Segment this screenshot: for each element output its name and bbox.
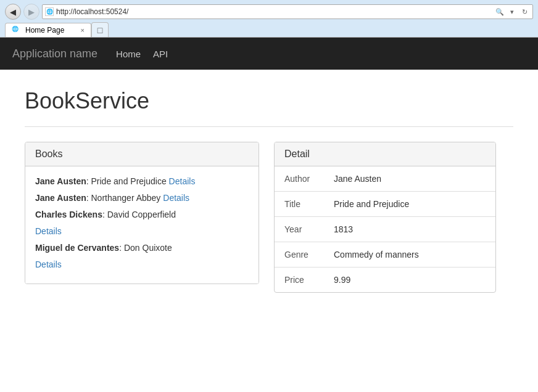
detail-table: Author Jane Austen Title Pride and Preju… — [275, 166, 495, 292]
list-item: Jane Austen: Northanger Abbey Details — [35, 192, 249, 205]
separator: ▾ — [507, 6, 518, 17]
table-row: Price 9.99 — [275, 267, 495, 293]
list-item: Charles Dickens: David Copperfield — [35, 208, 249, 221]
detail-value: Jane Austen — [324, 166, 495, 192]
table-row: Genre Commedy of manners — [275, 242, 495, 267]
book-author: Jane Austen — [35, 193, 86, 203]
list-item: Details — [35, 225, 249, 238]
page-title: BookService — [25, 88, 513, 114]
active-tab[interactable]: 🌐 Home Page × — [5, 23, 91, 37]
address-bar[interactable]: 🌐 http://localhost:50524/ 🔍 ▾ ↻ — [42, 4, 533, 19]
tab-favicon: 🌐 — [12, 26, 20, 35]
detail-label: Title — [275, 192, 324, 217]
details-link-2[interactable]: Details — [163, 193, 189, 203]
detail-panel-header: Detail — [275, 142, 495, 166]
detail-value: 1813 — [324, 217, 495, 242]
detail-value: 9.99 — [324, 267, 495, 293]
tab-title: Home Page — [25, 26, 64, 35]
nav-link-home[interactable]: Home — [116, 49, 141, 59]
details-link-4[interactable]: Details — [35, 259, 62, 269]
detail-label: Price — [275, 267, 324, 293]
list-item: Miguel de Cervantes: Don Quixote — [35, 242, 249, 255]
address-favicon: 🌐 — [45, 7, 54, 16]
main-layout: Books Jane Austen: Pride and Prejudice D… — [25, 142, 513, 293]
detail-panel: Detail Author Jane Austen Title Pride an… — [274, 142, 496, 293]
detail-value: Pride and Prejudice — [324, 192, 495, 217]
navbar-brand: Application name — [12, 47, 97, 60]
browser-chrome: ◀ ▶ 🌐 http://localhost:50524/ 🔍 ▾ ↻ 🌐 Ho… — [0, 0, 538, 38]
divider — [25, 126, 513, 127]
book-author: Jane Austen — [35, 176, 86, 186]
details-link-1[interactable]: Details — [169, 176, 196, 186]
detail-label: Year — [275, 217, 324, 242]
details-link-3[interactable]: Details — [35, 226, 62, 236]
books-panel-body: Jane Austen: Pride and Prejudice Details… — [25, 166, 259, 284]
forward-button[interactable]: ▶ — [23, 4, 39, 20]
table-row: Title Pride and Prejudice — [275, 192, 495, 217]
table-row: Year 1813 — [275, 217, 495, 242]
book-author: Charles Dickens — [35, 210, 102, 219]
detail-label: Author — [275, 166, 324, 192]
detail-label: Genre — [275, 242, 324, 267]
address-text: http://localhost:50524/ — [56, 7, 492, 16]
back-button[interactable]: ◀ — [5, 4, 21, 20]
new-tab-button[interactable]: □ — [91, 22, 109, 37]
nav-link-api[interactable]: API — [153, 49, 168, 59]
books-panel-header: Books — [25, 142, 259, 166]
list-item: Details — [35, 258, 249, 271]
books-panel: Books Jane Austen: Pride and Prejudice D… — [25, 142, 259, 284]
detail-value: Commedy of manners — [324, 242, 495, 267]
refresh-icon[interactable]: ↻ — [519, 6, 530, 17]
book-author: Miguel de Cervantes — [35, 243, 119, 253]
search-icon[interactable]: 🔍 — [494, 6, 505, 17]
list-item: Jane Austen: Pride and Prejudice Details — [35, 175, 249, 188]
navbar: Application name Home API — [0, 38, 538, 70]
table-row: Author Jane Austen — [275, 166, 495, 192]
tab-close-button[interactable]: × — [81, 27, 85, 34]
page-content: BookService Books Jane Austen: Pride and… — [0, 70, 538, 305]
